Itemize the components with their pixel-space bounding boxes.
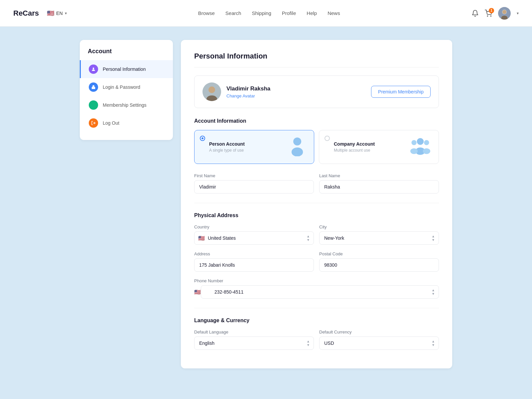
page-title: Personal Information <box>194 52 439 67</box>
city-select[interactable]: New-York <box>319 231 439 245</box>
postal-input[interactable] <box>319 258 439 272</box>
address-label: Address <box>194 251 314 256</box>
bell-icon <box>471 10 479 17</box>
account-info-section-title: Account Information <box>194 118 439 124</box>
section-divider-2 <box>194 308 439 308</box>
language-group: Default Language English ▲▼ <box>194 330 314 350</box>
profile-name: Vladimir Raksha <box>226 85 270 92</box>
account-type-grid: Person Account A single type of use Comp… <box>194 130 439 164</box>
user-avatar[interactable] <box>498 7 511 20</box>
svg-point-21 <box>410 148 418 154</box>
svg-point-5 <box>502 10 506 14</box>
nav-help[interactable]: Help <box>307 10 317 16</box>
name-fields-row: First Name Last Name <box>194 173 439 194</box>
person-account-radio <box>200 136 205 141</box>
main-container: Account Personal Information Login & Pas… <box>66 40 466 368</box>
last-name-input[interactable] <box>319 180 439 194</box>
currency-label: Default Currency <box>319 330 439 334</box>
svg-point-1 <box>490 16 491 16</box>
profile-text: Vladimir Raksha Change Avatar <box>226 85 270 98</box>
first-name-label: First Name <box>194 173 314 178</box>
avatar-image <box>498 7 511 20</box>
nav-browse[interactable]: Browse <box>198 10 215 16</box>
language-select[interactable]: English <box>194 336 314 350</box>
last-name-label: Last Name <box>319 173 439 178</box>
svg-point-17 <box>292 147 303 156</box>
sidebar-login-label: Login & Password <box>103 84 140 90</box>
profile-card: Vladimir Raksha Change Avatar Premium Me… <box>194 75 439 108</box>
sidebar-item-login[interactable]: Login & Password <box>80 78 173 96</box>
person-account-text: Person Account A single type of use <box>201 141 245 153</box>
section-divider-1 <box>194 203 439 203</box>
postal-label: Postal Code <box>319 251 439 256</box>
lang-label: EN <box>56 11 63 16</box>
person-account-card[interactable]: Person Account A single type of use <box>194 130 314 164</box>
svg-point-7 <box>93 67 94 69</box>
phone-input-wrapper: 🇺🇸 ▲▼ <box>194 285 439 299</box>
company-account-radio <box>325 136 330 141</box>
brand-logo[interactable]: ReCars <box>13 9 39 18</box>
company-account-name: Company Account <box>334 141 375 147</box>
nav-profile[interactable]: Profile <box>282 10 296 16</box>
city-group: City New-York ▲▼ <box>319 224 439 245</box>
sidebar-logout-label: Log Out <box>103 120 119 126</box>
lang-currency-section-title: Language & Currency <box>194 318 439 324</box>
first-name-group: First Name <box>194 173 314 194</box>
nav-links: Browse Search Shipping Profile Help News <box>198 10 340 16</box>
svg-point-16 <box>293 137 301 145</box>
sidebar-title: Account <box>80 48 173 60</box>
city-label: City <box>319 224 439 229</box>
personal-info-icon <box>89 65 98 74</box>
currency-group: Default Currency USD ▲▼ <box>319 330 439 350</box>
company-account-text: Company Account Multiple account use <box>326 141 375 153</box>
login-icon <box>89 82 98 92</box>
flag-icon: 🇺🇸 <box>47 10 54 17</box>
cart-badge: 1 <box>489 8 494 13</box>
lang-currency-row: Default Language English ▲▼ Default Curr… <box>194 330 439 350</box>
svg-point-14 <box>208 86 215 93</box>
change-avatar-link[interactable]: Change Avatar <box>226 93 270 98</box>
sidebar-item-membership[interactable]: Membership Settings <box>80 96 173 114</box>
language-selector[interactable]: 🇺🇸 EN ▾ <box>47 10 66 17</box>
nav-news[interactable]: News <box>328 10 340 16</box>
nav-search[interactable]: Search <box>225 10 241 16</box>
logout-icon <box>89 118 98 128</box>
membership-icon <box>89 100 98 110</box>
address-input[interactable] <box>194 258 314 272</box>
premium-membership-button[interactable]: Premium Membership <box>371 86 431 98</box>
city-select-wrapper: New-York ▲▼ <box>319 231 439 245</box>
svg-point-23 <box>423 148 430 154</box>
navbar: ReCars 🇺🇸 EN ▾ Browse Search Shipping Pr… <box>0 0 532 27</box>
phone-label: Phone Number <box>194 278 439 283</box>
country-city-row: Country 🇺🇸 United States ▲▼ City New-Yor… <box>194 224 439 245</box>
cart-button[interactable]: 1 <box>485 10 492 17</box>
sidebar: Account Personal Information Login & Pas… <box>80 40 173 140</box>
phone-group: Phone Number 🇺🇸 ▲▼ <box>194 278 439 299</box>
phone-input[interactable] <box>201 285 439 299</box>
phone-flag: 🇺🇸 <box>194 289 201 295</box>
svg-point-18 <box>417 138 424 145</box>
svg-point-20 <box>411 140 416 145</box>
sidebar-item-personal[interactable]: Personal Information <box>80 60 173 78</box>
person-account-desc: A single type of use <box>209 148 245 153</box>
language-select-wrapper: English ▲▼ <box>194 336 314 350</box>
nav-shipping[interactable]: Shipping <box>252 10 271 16</box>
profile-avatar <box>202 82 221 101</box>
person-account-name: Person Account <box>209 141 245 147</box>
company-account-card[interactable]: Company Account Multiple account use <box>319 130 439 164</box>
language-label: Default Language <box>194 330 314 334</box>
user-menu-chevron[interactable]: ▾ <box>517 11 519 16</box>
sidebar-membership-label: Membership Settings <box>103 102 147 108</box>
sidebar-item-logout[interactable]: Log Out <box>80 114 173 132</box>
currency-select-wrapper: USD ▲▼ <box>319 336 439 350</box>
country-select[interactable]: United States <box>194 231 314 245</box>
first-name-input[interactable] <box>194 180 314 194</box>
avatar-image <box>202 82 221 101</box>
last-name-group: Last Name <box>319 173 439 194</box>
country-group: Country 🇺🇸 United States ▲▼ <box>194 224 314 245</box>
notification-button[interactable] <box>471 10 479 17</box>
person-illustration <box>287 136 307 158</box>
country-select-wrapper: 🇺🇸 United States ▲▼ <box>194 231 314 245</box>
company-illustration <box>409 136 432 158</box>
currency-select[interactable]: USD <box>319 336 439 350</box>
